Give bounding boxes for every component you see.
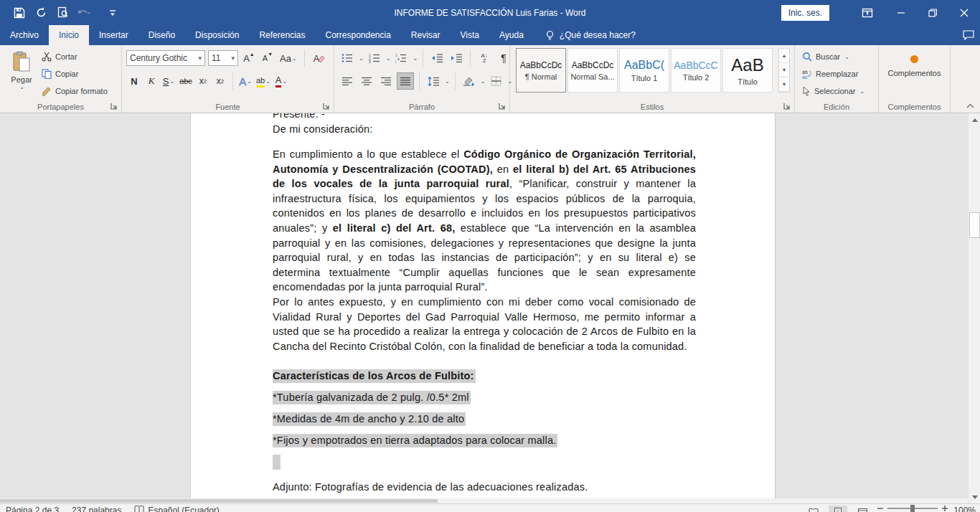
subscript-button[interactable]: x2 [195,72,211,90]
print-layout-icon[interactable] [829,506,847,512]
web-layout-icon[interactable] [853,506,872,512]
font-name-dropdown-icon[interactable]: ▾ [198,54,202,62]
font-name-combobox[interactable]: Century Gothic▾ [126,50,205,66]
style-título-2[interactable]: AaBbCcCTítulo 2 [671,48,721,93]
read-mode-icon[interactable] [804,506,823,512]
document-page[interactable]: Presente. -De mi consideración:En cumpli… [190,113,776,498]
horizontal-scrollbar-thumb[interactable] [0,499,438,503]
language-indicator[interactable]: Español (Ecuador) [134,506,219,512]
numbering-button[interactable]: 123 [366,49,383,67]
underline-dropdown-icon[interactable]: ⌄ [169,78,174,85]
superscript-button[interactable]: x2 [212,72,228,90]
styles-scroll-down-icon[interactable]: ▼ [779,63,789,77]
save-icon[interactable] [10,4,29,22]
tab-vista[interactable]: Vista [451,25,489,45]
justify-button[interactable] [397,72,414,90]
bold-button[interactable]: N [126,72,142,90]
paste-dropdown-icon[interactable]: ⌄ [19,84,24,90]
shading-dropdown-icon[interactable]: ⌄ [481,78,486,85]
line-spacing-button[interactable] [425,72,442,90]
zoom-slider[interactable] [877,506,948,511]
tab-diseño[interactable]: Diseño [138,25,185,45]
find-button[interactable]: Buscar ⌄ [802,49,864,64]
styles-dialog-launcher-icon[interactable] [783,103,792,111]
sort-button[interactable]: A↓Z [476,49,493,67]
change-case-button[interactable]: Aa⌄ [278,49,298,67]
tab-revisar[interactable]: Revisar [401,25,451,45]
align-center-button[interactable] [358,72,375,90]
replace-button[interactable]: abac Reemplazar [802,67,864,81]
tab-inicio[interactable]: Inicio [49,25,89,45]
comment-icon[interactable] [963,30,974,40]
scroll-down-icon[interactable] [969,491,980,503]
horizontal-scrollbar[interactable] [0,498,968,503]
collapse-ribbon-icon[interactable] [965,101,975,110]
style-título[interactable]: AaBTítulo [722,48,773,93]
sign-in-button[interactable]: Inic. ses. [781,5,829,21]
styles-scroll-up-icon[interactable]: ▲ [779,49,789,63]
document-canvas[interactable]: Presente. -De mi consideración:En cumpli… [0,113,968,498]
styles-gallery-more-icon[interactable]: ▼ [779,77,789,92]
zoom-level[interactable]: 100% [953,506,976,512]
scroll-up-icon[interactable] [969,114,980,125]
customize-quick-access-toolbar-icon[interactable] [103,4,122,22]
zoom-out-icon[interactable] [877,506,883,511]
shading-button[interactable] [461,72,478,90]
paragraph-dialog-launcher-icon[interactable] [499,103,507,111]
zoom-slider-thumb[interactable] [910,505,915,512]
clear-formatting-button[interactable]: A [311,49,326,67]
minimize-button[interactable] [885,0,917,25]
font-color-button[interactable]: A⌄ [273,72,289,90]
align-left-button[interactable] [339,72,356,90]
tab-correspondencia[interactable]: Correspondencia [315,25,400,45]
font-color-dropdown-icon[interactable]: ⌄ [282,78,287,85]
font-size-dropdown-icon[interactable]: ▾ [231,54,235,62]
restore-button[interactable] [917,0,948,25]
undo-icon[interactable] [75,4,93,22]
select-dropdown-icon[interactable]: ⌄ [859,88,864,95]
text-effects-button[interactable]: A⌄ [237,72,253,90]
underline-button[interactable]: S⌄ [161,72,176,90]
find-dropdown-icon[interactable]: ⌄ [844,54,849,60]
tab-insertar[interactable]: Insertar [89,25,138,45]
text-effects-dropdown-icon[interactable]: ⌄ [247,78,252,85]
clipboard-dialog-launcher-icon[interactable] [110,103,119,111]
numbering-dropdown-icon[interactable]: ⌄ [386,55,391,62]
ribbon-display-options-icon[interactable] [858,4,877,22]
vertical-scrollbar[interactable] [968,113,980,503]
highlight-dropdown-icon[interactable]: ⌄ [265,78,270,85]
tab-archivo[interactable]: Archivo [0,25,49,45]
italic-button[interactable]: K [143,72,159,90]
tab-disposición[interactable]: Disposición [185,25,249,45]
grow-font-button[interactable]: A▲ [241,49,257,67]
decrease-indent-button[interactable] [428,49,446,67]
style-título-1[interactable]: AaBbC(Título 1 [619,48,669,93]
multilevel-dropdown-icon[interactable]: ⌄ [413,55,418,62]
font-size-combobox[interactable]: 11▾ [208,50,238,66]
style-normal[interactable]: AaBbCcDc¶ Normal [516,48,566,93]
highlight-button[interactable]: ab⌄ [255,72,272,90]
font-dialog-launcher-icon[interactable] [323,103,331,111]
shrink-font-button[interactable]: A▼ [260,49,275,67]
borders-button[interactable] [487,72,504,90]
select-button[interactable]: Seleccionar ⌄ [802,84,864,98]
tab-referencias[interactable]: Referencias [249,25,315,45]
increase-indent-button[interactable] [448,49,465,67]
bullets-button[interactable] [339,49,356,67]
multilevel-list-button[interactable]: 1ai [392,49,410,67]
tab-ayuda[interactable]: Ayuda [489,25,534,45]
strikethrough-button[interactable]: abc [178,72,194,90]
addins-button[interactable]: Complementos [879,51,950,77]
align-right-button[interactable] [377,72,395,90]
line-spacing-dropdown-icon[interactable]: ⌄ [445,78,450,85]
paste-button[interactable]: Pegar ⌄ [6,48,37,100]
word-count[interactable]: 237 palabras [72,506,121,512]
repeat-icon[interactable] [32,4,50,22]
format-painter-button[interactable]: Copiar formato [42,84,108,98]
style-normal-sa[interactable]: AaBbCcDcNormal Sa... [567,48,618,93]
page-indicator[interactable]: Página 2 de 3 [6,506,59,512]
styles-gallery-scroll[interactable]: ▲ ▼ ▼ [778,48,790,93]
zoom-in-icon[interactable] [942,506,948,511]
tell-me-box[interactable]: ¿Qué desea hacer? [545,25,636,45]
copy-button[interactable]: Copiar [42,67,108,81]
